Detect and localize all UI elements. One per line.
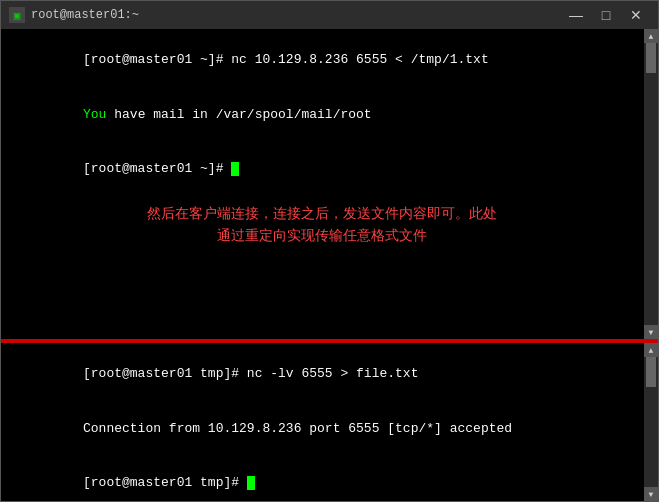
- terminal-top-panel[interactable]: [root@master01 ~]# nc 10.129.8.236 6555 …: [1, 29, 658, 341]
- top-line-2: You have mail in /var/spool/mail/root: [5, 88, 638, 143]
- top-annotation-line1: 然后在客户端连接，连接之后，发送文件内容即可。此处: [5, 203, 638, 225]
- bottom-scroll-down[interactable]: ▼: [644, 487, 658, 501]
- terminal-bottom-panel[interactable]: [root@master01 tmp]# nc -lv 6555 > file.…: [1, 341, 658, 501]
- bottom-prompt-1: [root@master01 tmp]#: [83, 366, 247, 381]
- top-cmd-1: nc 10.129.8.236 6555 < /tmp/1.txt: [231, 52, 488, 67]
- scroll-track-bottom: [644, 357, 658, 487]
- scroll-down-arrow[interactable]: ▼: [644, 325, 658, 339]
- bottom-scrollbar[interactable]: ▲ ▼: [644, 343, 658, 501]
- terminal-top-content: [root@master01 ~]# nc 10.129.8.236 6555 …: [5, 33, 654, 247]
- bottom-line-1: [root@master01 tmp]# nc -lv 6555 > file.…: [5, 347, 638, 402]
- terminal-icon-symbol: ▣: [14, 9, 21, 22]
- top-line-3: [root@master01 ~]#: [5, 142, 638, 197]
- top-annotation: 然后在客户端连接，连接之后，发送文件内容即可。此处 通过重定向实现传输任意格式文…: [5, 203, 638, 248]
- scroll-thumb-bottom[interactable]: [646, 357, 656, 387]
- bottom-cmd-1: nc -lv 6555 > file.txt: [247, 366, 419, 381]
- close-button[interactable]: ✕: [622, 4, 650, 26]
- top-text-2b: have mail in /var/spool/mail/root: [106, 107, 371, 122]
- window-title: root@master01:~: [31, 8, 139, 22]
- terminal-bottom-content: [root@master01 tmp]# nc -lv 6555 > file.…: [5, 347, 654, 501]
- top-annotation-line2: 通过重定向实现传输任意格式文件: [5, 225, 638, 247]
- top-scrollbar[interactable]: ▲ ▼: [644, 29, 658, 339]
- minimize-button[interactable]: —: [562, 4, 590, 26]
- scroll-track-top: [644, 43, 658, 325]
- window-controls: — □ ✕: [562, 4, 650, 26]
- maximize-button[interactable]: □: [592, 4, 620, 26]
- top-text-2: You: [83, 107, 106, 122]
- bottom-cursor: [247, 476, 255, 490]
- scroll-up-arrow[interactable]: ▲: [644, 29, 658, 43]
- terminal-window: ▣ root@master01:~ — □ ✕ [root@master01 ~…: [0, 0, 659, 502]
- bottom-prompt-3: [root@master01 tmp]#: [83, 475, 247, 490]
- title-bar-left: ▣ root@master01:~: [9, 7, 139, 23]
- bottom-line-3: [root@master01 tmp]#: [5, 456, 638, 501]
- bottom-text-2: Connection from 10.129.8.236 port 6555 […: [83, 421, 512, 436]
- title-bar: ▣ root@master01:~ — □ ✕: [1, 1, 658, 29]
- bottom-line-2: Connection from 10.129.8.236 port 6555 […: [5, 402, 638, 457]
- bottom-scroll-up[interactable]: ▲: [644, 343, 658, 357]
- terminal-icon: ▣: [9, 7, 25, 23]
- terminal-container: [root@master01 ~]# nc 10.129.8.236 6555 …: [1, 29, 658, 501]
- scroll-thumb-top[interactable]: [646, 43, 656, 73]
- top-prompt-3: [root@master01 ~]#: [83, 161, 231, 176]
- top-line-1: [root@master01 ~]# nc 10.129.8.236 6555 …: [5, 33, 638, 88]
- top-cursor: [231, 162, 239, 176]
- top-prompt-1: [root@master01 ~]#: [83, 52, 231, 67]
